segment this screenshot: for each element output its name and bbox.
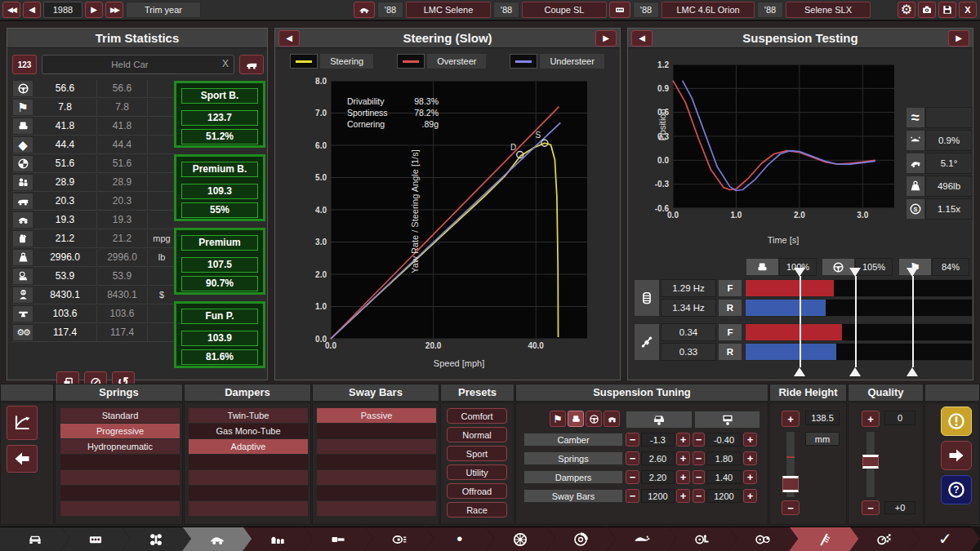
- springs-option[interactable]: [60, 470, 180, 485]
- held-car-field[interactable]: Held Car X: [42, 55, 234, 74]
- big-right-button[interactable]: [941, 441, 972, 470]
- decrease-front-camber[interactable]: −: [626, 433, 639, 447]
- springs-option[interactable]: [60, 501, 180, 516]
- dampers-option[interactable]: [189, 501, 308, 516]
- stat-compare-value: 8430.1: [97, 287, 148, 304]
- tab-brake[interactable]: [546, 527, 616, 551]
- tab-car-front[interactable]: [0, 527, 69, 551]
- tab-engine[interactable]: [60, 527, 130, 551]
- tab-aero[interactable]: [607, 527, 676, 551]
- springs-option[interactable]: Hydropneumatic: [60, 439, 180, 454]
- tuning-target-steering-wheel-button[interactable]: [586, 411, 602, 427]
- svg-text:?: ?: [953, 484, 959, 495]
- graph-view-button[interactable]: [7, 406, 38, 440]
- tab-gearbox[interactable]: [122, 527, 191, 551]
- dampers-option[interactable]: Gas Mono-Tube: [189, 424, 308, 438]
- steering-next-button[interactable]: ▶: [595, 30, 617, 47]
- year-back-button[interactable]: ◀: [23, 2, 41, 18]
- dampers-option[interactable]: Twin-Tube: [189, 408, 308, 423]
- sway-bars-option[interactable]: [317, 439, 436, 454]
- preset-comfort-button[interactable]: Comfort: [447, 408, 507, 424]
- vehicle-tab-1[interactable]: Coupe SL: [522, 2, 607, 18]
- dampers-option[interactable]: [189, 470, 308, 485]
- engine-tab-button[interactable]: [609, 2, 630, 18]
- dampers-option[interactable]: [189, 486, 308, 500]
- quality-decrease[interactable]: −: [862, 500, 880, 515]
- year-forward-button[interactable]: ▶: [85, 2, 103, 18]
- quality-slider-handle[interactable]: [862, 455, 879, 469]
- tab-seats-row[interactable]: [243, 527, 312, 551]
- held-car-truck-button[interactable]: [239, 55, 264, 74]
- back-button[interactable]: [7, 445, 38, 473]
- settings-gear-button[interactable]: ⚙: [898, 2, 915, 18]
- steering-prev-button[interactable]: ◀: [278, 30, 300, 47]
- tuning-target-seat-button[interactable]: [568, 411, 584, 427]
- tab-check[interactable]: ✓: [911, 527, 980, 551]
- increase-rear-springs[interactable]: +: [743, 451, 757, 465]
- stat-value: 56.6: [33, 80, 97, 97]
- camera-button[interactable]: [918, 2, 936, 18]
- fast-forward-button[interactable]: ▶▶: [105, 2, 123, 18]
- increase-rear-sway-bars[interactable]: +: [743, 489, 757, 503]
- preset-race-button[interactable]: Race: [447, 502, 507, 518]
- close-button[interactable]: X: [959, 2, 977, 18]
- decrease-front-sway-bars[interactable]: −: [626, 489, 639, 503]
- warning-button[interactable]: [941, 407, 972, 436]
- tuning-target-flag-button[interactable]: ⚑: [550, 411, 566, 427]
- vehicle-tab-3[interactable]: Selene SLX: [786, 2, 871, 18]
- tab-gauge-flag[interactable]: [849, 527, 919, 551]
- tab-controls[interactable]: [667, 527, 737, 551]
- decrease-front-springs[interactable]: −: [626, 451, 639, 465]
- car-tab-button[interactable]: [354, 2, 375, 18]
- springs-option[interactable]: [60, 486, 180, 500]
- increase-front-sway-bars[interactable]: +: [676, 489, 690, 503]
- quality-increase[interactable]: +: [862, 411, 880, 427]
- tab-car[interactable]: [182, 527, 252, 551]
- sway-bars-option[interactable]: Passive: [317, 408, 436, 423]
- vehicle-tab-2[interactable]: LMC 4.6L Orion: [662, 2, 755, 18]
- sway-bars-option[interactable]: [317, 486, 436, 500]
- decrease-front-dampers[interactable]: −: [626, 470, 639, 484]
- tuning-target-offroad-button[interactable]: [604, 411, 620, 427]
- sway-bars-option[interactable]: [317, 470, 436, 485]
- help-button[interactable]: ?: [941, 475, 972, 504]
- tab-assists[interactable]: [728, 527, 798, 551]
- tab-rim[interactable]: [486, 527, 555, 551]
- preset-offroad-button[interactable]: Offroad: [447, 483, 507, 499]
- suspension-prev-button[interactable]: ◀: [631, 30, 653, 47]
- svg-text:4.0: 4.0: [315, 206, 327, 215]
- ride-height-increase[interactable]: +: [782, 411, 800, 427]
- preset-normal-button[interactable]: Normal: [447, 427, 507, 442]
- increase-front-dampers[interactable]: +: [676, 470, 690, 484]
- increase-rear-camber[interactable]: +: [743, 433, 757, 447]
- decrease-rear-springs[interactable]: −: [693, 451, 705, 465]
- springs-option[interactable]: [60, 455, 180, 469]
- increase-front-springs[interactable]: +: [676, 451, 690, 465]
- clear-held-car-icon[interactable]: X: [222, 58, 229, 69]
- dampers-option[interactable]: Adaptive: [189, 439, 308, 454]
- number-badge-123[interactable]: 123: [12, 55, 37, 74]
- tab-headlight[interactable]: [364, 527, 434, 551]
- dampers-option[interactable]: [189, 455, 308, 469]
- decrease-rear-dampers[interactable]: −: [693, 470, 705, 484]
- sway-bars-option[interactable]: [317, 455, 436, 469]
- vehicle-tab-0[interactable]: LMC Selene: [406, 2, 491, 18]
- preset-utility-button[interactable]: Utility: [447, 464, 507, 480]
- preset-sport-button[interactable]: Sport: [447, 446, 507, 461]
- tab-strut[interactable]: [789, 527, 858, 551]
- decrease-rear-sway-bars[interactable]: −: [693, 489, 705, 503]
- decrease-rear-camber[interactable]: −: [693, 433, 705, 447]
- ride-height-slider-handle[interactable]: [782, 476, 799, 492]
- increase-front-camber[interactable]: +: [676, 433, 690, 447]
- ride-height-decrease[interactable]: −: [782, 500, 800, 515]
- springs-option[interactable]: Standard: [60, 408, 180, 423]
- rewind-button[interactable]: ◀◀: [2, 2, 20, 18]
- tab-cog[interactable]: •: [425, 527, 494, 551]
- save-button[interactable]: [938, 2, 956, 18]
- sway-bars-option[interactable]: [317, 424, 436, 438]
- tab-brush[interactable]: [304, 527, 373, 551]
- sway-bars-option[interactable]: [317, 501, 436, 516]
- springs-option[interactable]: Progressive: [60, 424, 180, 438]
- suspension-next-button[interactable]: ▶: [948, 30, 969, 47]
- increase-rear-dampers[interactable]: +: [743, 470, 757, 484]
